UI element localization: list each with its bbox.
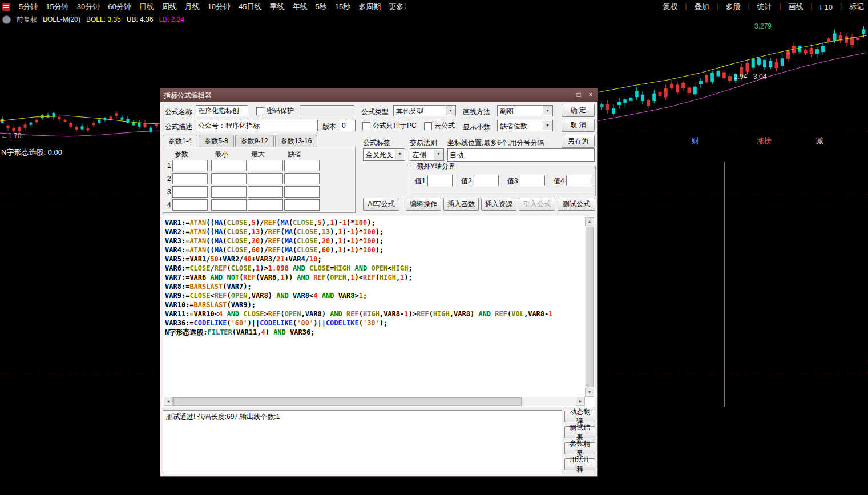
param-input[interactable] [248,186,283,198]
cloud-formula-label: 云公式 [434,121,455,131]
trade-rule-label: 交易法则 [410,138,437,148]
param-input[interactable] [172,186,208,198]
chevron-down-icon[interactable] [446,106,455,115]
param-tab[interactable]: 参数13-16 [275,135,318,147]
param-header: 最小 [215,150,228,159]
usage-note-button[interactable]: 用法注释 [564,458,595,470]
chevron-down-icon[interactable] [434,150,443,160]
param-input[interactable] [248,160,283,171]
password-checkbox[interactable]: 密码保护 [256,106,294,116]
chevron-down-icon[interactable] [543,121,552,130]
trade-rule-select[interactable]: 左侧 [410,148,444,161]
param-input[interactable] [211,160,247,171]
price-marker-label: 3.279 [754,22,772,30]
close-icon[interactable]: × [586,91,596,100]
test-result-button[interactable]: 测试结果 [564,426,595,438]
param-input[interactable] [284,160,320,171]
formula-type-select[interactable]: 其他类型 [393,105,456,116]
edit-ops-button[interactable]: 编辑操作 [406,198,441,211]
param-header: 参数 [175,150,188,159]
cancel-button[interactable]: 取 消 [562,119,595,132]
code-line: VAR11:=VAR10<4 AND CLOSE>REF(OPEN,VAR8) … [165,309,584,319]
test-formula-button[interactable]: 测试公式 [558,198,595,211]
horizontal-scroll-thumb[interactable] [173,397,522,406]
formula-desc-input[interactable] [196,120,318,131]
vertical-scroll-thumb[interactable] [586,227,594,387]
param-input[interactable] [211,186,247,198]
axis-position-input[interactable] [447,148,595,162]
param-input[interactable] [172,199,208,211]
y-value-input[interactable] [566,175,591,186]
param-input[interactable] [211,199,247,211]
param-input[interactable] [284,173,320,184]
param-input[interactable] [248,199,283,211]
code-content: VAR1:=ATAN((MA(CLOSE,5)/REF(MA(CLOSE,5),… [165,218,584,396]
ticker-label[interactable]: 涨榜 [757,136,772,146]
param-row-number: 4 [167,201,171,209]
formula-name-input[interactable] [196,105,248,116]
pc-only-label: 公式只用于PC [373,121,417,131]
chevron-down-icon[interactable] [543,106,552,115]
password-label: 密码保护 [267,106,294,116]
param-input[interactable] [211,173,247,184]
code-line: VAR1:=ATAN((MA(CLOSE,5)/REF(MA(CLOSE,5),… [165,218,584,227]
param-input[interactable] [172,173,208,184]
param-tab[interactable]: 参数5-8 [199,135,233,147]
vertical-scrollbar[interactable] [585,217,594,397]
y-value-label: 值4 [554,176,564,186]
y-value-input[interactable] [520,175,545,186]
param-wizard-button[interactable]: 参数精灵 [564,442,595,454]
cloud-formula-checkbox[interactable]: 云公式 [424,121,455,131]
formula-desc-label: 公式描述 [165,122,192,132]
y-value-label: 值1 [415,176,426,186]
ticker-label[interactable]: 财 [692,136,699,146]
scroll-left-icon[interactable] [164,397,173,406]
checkbox-icon [362,122,370,130]
dynamic-translate-button[interactable]: 动态翻译 [564,411,595,422]
dialog-title: 指标公式编辑器 [160,91,212,100]
code-line: VAR8:=BARSLAST(VAR7); [165,282,584,291]
param-tab[interactable]: 参数1-4 [163,135,197,147]
formula-editor-dialog: 指标公式编辑器 □ × 公式名称 密码保护 公式类型 其他类型 画线方法 副图 … [160,88,598,477]
insert-resource-button[interactable]: 插入资源 [481,198,516,211]
decimals-select[interactable]: 缺省位数 [497,120,553,131]
insert-function-button[interactable]: 插入函数 [443,198,479,211]
decimals-label: 显示小数 [463,122,490,132]
code-line: VAR9:=CLOSE<REF(OPEN,VAR8) AND VAR8<4 AN… [165,291,584,300]
test-result-output: 测试通过! 代码长度:697,输出线个数:1 [163,410,562,474]
code-line: VAR10:=BARSLAST(VAR9); [165,300,584,309]
y-value-input[interactable] [474,175,499,186]
ticker-label[interactable]: 减 [816,136,823,146]
chevron-down-icon[interactable] [395,150,404,160]
formula-type-label: 公式类型 [361,107,389,117]
param-input[interactable] [248,173,283,184]
axis-position-label: 坐标线位置,最多6个,用分号分隔 [447,138,544,148]
ai-write-button[interactable]: AI写公式 [363,198,399,211]
formula-tag-select[interactable]: 金叉死叉 [363,148,405,161]
horizontal-scrollbar[interactable] [164,397,585,406]
price-range-label: 2.94 - 3.04 [734,73,766,81]
checkbox-icon [424,122,432,130]
version-input[interactable] [340,120,356,131]
param-row-number: 2 [167,175,171,183]
param-input[interactable] [284,186,320,198]
import-formula-button[interactable]: 引入公式 [519,198,555,211]
scroll-down-icon[interactable] [585,388,594,397]
left-price-label: ←1.70 [1,132,21,140]
dialog-titlebar[interactable]: 指标公式编辑器 □ × [160,89,597,102]
y-value-input[interactable] [427,175,453,186]
param-input[interactable] [284,199,320,211]
pc-only-checkbox[interactable]: 公式只用于PC [362,121,417,131]
code-line: N字形态选股:FILTER(VAR11,4) AND VAR36; [165,328,584,337]
code-editor[interactable]: VAR1:=ATAN((MA(CLOSE,5)/REF(MA(CLOSE,5),… [163,216,595,407]
draw-method-select[interactable]: 副图 [497,105,553,116]
ok-button[interactable]: 确 定 [562,104,595,117]
scroll-up-icon[interactable] [585,217,594,226]
param-header: 最大 [251,150,265,159]
param-tab[interactable]: 参数9-12 [235,135,274,147]
save-as-button[interactable]: 另存为 [562,135,595,148]
scroll-right-icon[interactable] [576,397,585,406]
code-line: VAR2:=ATAN((MA(CLOSE,13)/REF(MA(CLOSE,13… [165,227,584,236]
maximize-icon[interactable]: □ [574,91,584,100]
param-input[interactable] [172,160,208,171]
